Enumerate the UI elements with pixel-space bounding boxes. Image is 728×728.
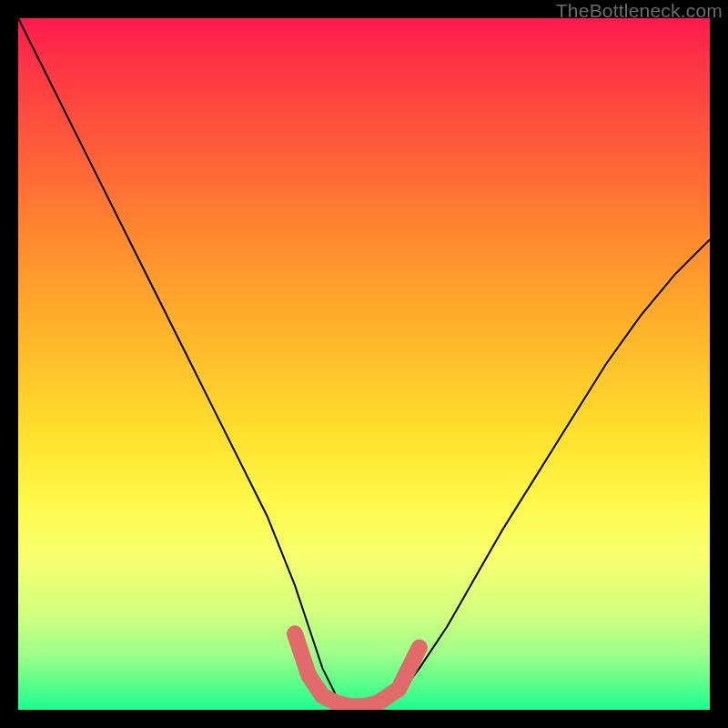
chart-frame: TheBottleneck.com: [0, 0, 728, 728]
chart-svg: [18, 18, 710, 710]
optimal-zone-marker: [295, 633, 420, 706]
bottleneck-curve: [18, 18, 710, 710]
plot-area: [18, 18, 710, 710]
